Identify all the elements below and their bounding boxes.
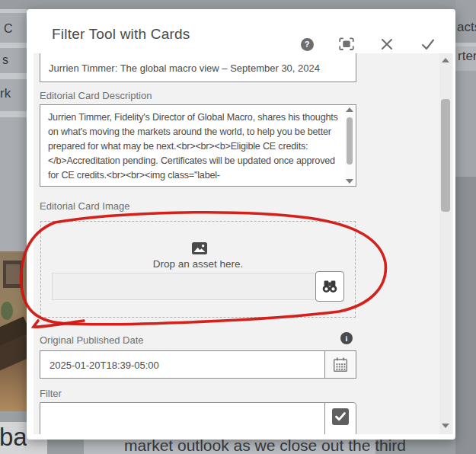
backdrop-photo — [0, 251, 27, 411]
calendar-button[interactable] — [324, 351, 356, 378]
binoculars-icon — [321, 279, 338, 294]
dialog-scrollbar[interactable] — [439, 53, 452, 434]
backdrop-text-fragment: rk — [0, 86, 11, 101]
help-button[interactable]: ? — [297, 34, 317, 54]
card-title-input[interactable]: Jurrien Timmer: The global macro view – … — [40, 53, 356, 82]
help-icon: ? — [301, 38, 314, 51]
card-title-value: Jurrien Timmer: The global macro view – … — [49, 62, 320, 74]
published-date-group: 2025-01-20T18:39-05:00 — [40, 350, 356, 379]
filter-label: Filter — [40, 388, 62, 399]
published-date-label: Original Published Date — [40, 334, 144, 346]
published-date-value[interactable]: 2025-01-20T18:39-05:00 — [50, 360, 159, 371]
backdrop-text-bal: bal — [0, 423, 27, 452]
image-label: Editorial Card Image — [40, 200, 130, 212]
asset-dropzone[interactable]: Drop an asset here. — [40, 221, 356, 318]
backdrop-band — [0, 411, 27, 422]
image-icon — [191, 241, 208, 255]
dialog-title: Filter Tool with Cards — [52, 26, 190, 43]
description-line: prepared for what may be next.<br><br><b… — [48, 139, 339, 154]
backdrop-top-band — [0, 0, 476, 9]
confirm-button[interactable] — [418, 34, 438, 54]
filter-tool-dialog: Filter Tool with Cards ? — [27, 9, 455, 440]
checkbox-checked-icon — [332, 408, 349, 425]
close-icon — [380, 37, 394, 51]
backdrop-text-fragment: acts — [457, 20, 476, 35]
description-line: for CE credits.<br><br><img class="label… — [48, 168, 339, 183]
dialog-scroll-thumb[interactable] — [441, 99, 450, 212]
backdrop-text-fragment: s — [2, 53, 8, 67]
asset-picker-button[interactable] — [315, 271, 344, 302]
close-button[interactable] — [377, 34, 397, 54]
backdrop-bottom-left: bal — [0, 422, 27, 454]
description-textarea[interactable]: Jurrien Timmer, Fidelity's Director of G… — [40, 104, 356, 187]
backdrop-text-fragment: C — [4, 22, 13, 36]
scroll-up-icon[interactable] — [442, 58, 449, 62]
filter-checkbox-button[interactable] — [324, 403, 356, 434]
backdrop-text-fragment: rter — [458, 49, 476, 64]
textarea-scroll-thumb[interactable] — [347, 117, 353, 165]
info-icon[interactable]: i — [340, 332, 353, 344]
textarea-scrollbar[interactable] — [345, 105, 355, 186]
scroll-down-icon[interactable] — [442, 424, 449, 428]
calendar-icon — [331, 356, 350, 374]
description-line: on what's moving the markets around the … — [48, 125, 339, 139]
description-line: Jurrien Timmer, Fidelity's Director of G… — [48, 110, 339, 125]
scroll-down-icon[interactable] — [346, 179, 353, 184]
dropzone-text: Drop an asset here. — [41, 258, 355, 270]
scroll-up-icon[interactable] — [346, 107, 353, 112]
check-icon — [420, 37, 436, 51]
dialog-scroll-area: Jurrien Timmer: The global macro view – … — [34, 53, 453, 434]
description-label: Editorial Card Description — [40, 90, 152, 101]
fullscreen-button[interactable] — [337, 34, 356, 54]
backdrop-right-rows: acts rter — [455, 0, 476, 454]
asset-path-input[interactable] — [52, 273, 317, 300]
screen: C s rk bal acts rter market outlook as w… — [0, 0, 476, 454]
backdrop-left-rows: C s rk — [0, 9, 27, 251]
description-line: img"alt=""src="/content/dam/fidelity/ima… — [48, 183, 339, 185]
description-line: </b>Accreditation pending. Certificates … — [48, 154, 339, 168]
filter-group — [40, 402, 356, 434]
fullscreen-icon — [339, 37, 354, 51]
